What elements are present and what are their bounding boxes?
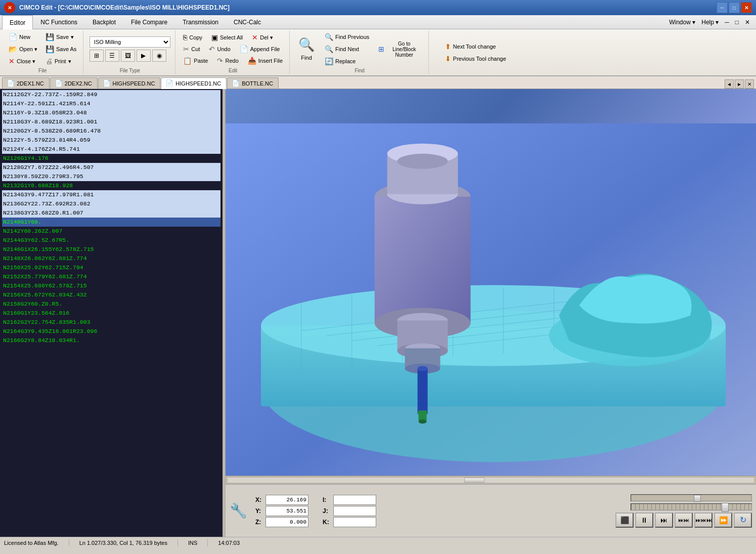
code-line[interactable]: N2148X26.062Y62.681Z.774	[2, 254, 220, 263]
menu-tab-editor[interactable]: Editor	[2, 15, 33, 29]
code-line[interactable]: N2154X25.686Y62.578Z.715	[2, 281, 220, 290]
position-thumb[interactable]	[694, 495, 701, 502]
open-button[interactable]: 📂 Open ▾	[5, 44, 41, 55]
filetype-icon-image[interactable]: 🖼	[121, 50, 135, 62]
code-line[interactable]: N2118G3Y-8.689Z18.923R1.001	[2, 117, 220, 126]
insert-file-button[interactable]: 📥 Insert File	[244, 55, 286, 66]
code-editor[interactable]: N2112G2Y-22.737Z-.159R2.849N2114Y-22.591…	[0, 89, 223, 537]
backplot-scrollbar[interactable]	[226, 476, 756, 484]
minimize-button[interactable]: ─	[717, 2, 728, 13]
speed-thumb[interactable]	[722, 503, 729, 512]
i-input[interactable]	[333, 495, 376, 505]
code-line[interactable]: N2138G3Y23.682Z0.R1.007	[2, 208, 220, 218]
code-line[interactable]: N2122Y-5.579Z23.814R4.059	[2, 136, 220, 145]
code-line[interactable]: N2166G2Y8.84Z18.034R1.	[2, 336, 220, 345]
paste-button[interactable]: 📋 Paste	[180, 55, 211, 66]
code-line[interactable]: N2112G2Y-22.737Z-.159R2.849	[2, 90, 220, 99]
filetype-icon-play[interactable]: ▶	[137, 50, 151, 62]
find-previous-button[interactable]: 🔍 Find Previous	[321, 31, 373, 42]
code-line[interactable]: N2126G1Y4.176	[2, 154, 220, 163]
tab-2dex2[interactable]: 📄 2DEX2.NC	[50, 77, 98, 89]
j-input[interactable]	[333, 506, 376, 516]
help-menu[interactable]: Help ▾	[701, 19, 719, 26]
filetype-icon-list[interactable]: ☰	[105, 50, 119, 62]
code-line[interactable]: N2158G2Y60.Z0.R5.	[2, 300, 220, 309]
rotate-button[interactable]: ↻	[734, 513, 752, 528]
step-button-3[interactable]: ⏭⏭⏭	[694, 513, 713, 528]
code-line[interactable]: N2144G3Y62.5Z.67R5.	[2, 236, 220, 245]
app-logo[interactable]: ✕	[4, 2, 15, 13]
menu-minimize[interactable]: ─	[725, 19, 729, 26]
close-button[interactable]: ✕	[741, 2, 752, 13]
tab-highspeed1[interactable]: 📄 HIGHSPEED1.NC	[161, 77, 227, 89]
find-button[interactable]: 🔍 Find	[294, 34, 319, 63]
window-menu[interactable]: Window ▾	[669, 19, 695, 26]
tab-nav-left[interactable]: ◄	[725, 79, 734, 89]
menu-tab-backplot[interactable]: Backplot	[85, 15, 123, 29]
code-line[interactable]: N2120G2Y-8.538Z20.689R16.478	[2, 126, 220, 136]
print-button[interactable]: 🖨 Print ▾	[42, 56, 80, 67]
step-button-4[interactable]: ⏩	[714, 513, 732, 528]
code-line[interactable]: N2142Y60.262Z.007	[2, 227, 220, 236]
next-tool-change-button[interactable]: ⬆ Next Tool change	[441, 41, 510, 52]
menu-tab-nc-functions[interactable]: NC Functions	[33, 15, 85, 29]
save-as-button[interactable]: 💾 Save As	[42, 44, 80, 55]
position-slider[interactable]	[631, 494, 752, 501]
filetype-icon-circle[interactable]: ◉	[152, 50, 166, 62]
step-button-1[interactable]: ⏭	[655, 513, 673, 528]
filetype-select[interactable]: ISO Milling ISO Turning Fanuc Siemens He…	[90, 36, 170, 48]
tab-highspeed[interactable]: 📄 HIGHSPEED.NC	[98, 77, 161, 89]
z-input[interactable]	[265, 517, 308, 527]
code-line[interactable]: N2140G1Y60.	[2, 218, 220, 227]
redo-button[interactable]: ↷ Redo	[213, 55, 242, 66]
code-line[interactable]: N2146G1X26.155Y62.578Z.715	[2, 245, 220, 254]
append-file-button[interactable]: 📄 Append File	[236, 44, 284, 55]
code-line[interactable]: N2162G2Y22.754Z.835R1.003	[2, 318, 220, 327]
new-button[interactable]: 📄 New	[5, 31, 41, 42]
x-input[interactable]	[265, 495, 308, 505]
code-line[interactable]: N2164G3Y9.435Z18.061R23.096	[2, 327, 220, 336]
stop-button[interactable]: ⬛	[615, 513, 634, 528]
select-all-button[interactable]: ▣ Select All	[208, 32, 246, 43]
pause-button[interactable]: ⏸	[635, 513, 653, 528]
menu-tab-cnc-calc[interactable]: CNC-Calc	[226, 15, 269, 29]
tab-bottle[interactable]: 📄 BOTTLE.NC	[227, 77, 279, 89]
scrollbar-thumb[interactable]	[464, 478, 484, 483]
code-line[interactable]: N2156X25.672Y62.034Z.432	[2, 290, 220, 300]
step-button-2[interactable]: ⏭⏭	[675, 513, 693, 528]
code-line[interactable]: N2160G1Y23.564Z.016	[2, 309, 220, 318]
tab-close[interactable]: ✕	[745, 79, 754, 89]
code-line[interactable]: N2128G2Y7.672Z22.496R4.507	[2, 163, 220, 172]
code-line[interactable]: N2136G2Y22.73Z.692R23.082	[2, 199, 220, 208]
code-line[interactable]: N2150X25.92Y62.715Z.794	[2, 263, 220, 272]
speed-slider[interactable]	[631, 503, 752, 510]
code-line[interactable]: N2114Y-22.591Z1.421R5.614	[2, 99, 220, 108]
undo-button[interactable]: ↶ Undo	[205, 44, 234, 55]
filetype-icon-grid[interactable]: ⊞	[90, 50, 104, 62]
code-line[interactable]: N2124Y-4.176Z24.R5.741	[2, 145, 220, 154]
code-line[interactable]: N2132G1Y8.688Z18.928	[2, 181, 220, 190]
code-line[interactable]: N2152X25.779Y62.681Z.774	[2, 272, 220, 281]
y-input[interactable]	[265, 506, 308, 516]
tab-2dex1[interactable]: 📄 2DEX1.NC	[2, 77, 50, 89]
copy-button[interactable]: ⎘ Copy	[180, 32, 206, 43]
k-input[interactable]	[333, 517, 376, 527]
code-line[interactable]: N2116Y-9.3Z18.058R23.048	[2, 108, 220, 117]
find-next-button[interactable]: 🔍 Find Next	[321, 44, 373, 55]
menu-close[interactable]: ✕	[745, 19, 750, 26]
code-line[interactable]: N2134G3Y9.477Z17.979R1.081	[2, 190, 220, 199]
tab-nav-right[interactable]: ►	[735, 79, 744, 89]
code-line[interactable]: N2130Y8.59Z20.279R3.795	[2, 172, 220, 181]
close-button-ribbon[interactable]: ✕ Close ▾	[5, 56, 41, 67]
cut-button[interactable]: ✂ Cut	[180, 44, 203, 55]
menu-tab-transmission[interactable]: Transmission	[175, 15, 226, 29]
replace-button[interactable]: 🔄 Replace	[321, 56, 373, 67]
maximize-button[interactable]: □	[729, 2, 740, 13]
previous-tool-change-button[interactable]: ⬇ Previous Tool change	[441, 53, 510, 64]
title-bar-controls[interactable]: ─ □ ✕	[717, 2, 752, 13]
go-to-line-button[interactable]: ⊞ Go to Line/Block Number	[375, 39, 425, 59]
del-button[interactable]: ✕ Del ▾	[248, 32, 277, 43]
save-button[interactable]: 💾 Save ▾	[42, 31, 80, 42]
menu-tab-file-compare[interactable]: File Compare	[123, 15, 175, 29]
menu-maximize[interactable]: □	[735, 19, 739, 26]
